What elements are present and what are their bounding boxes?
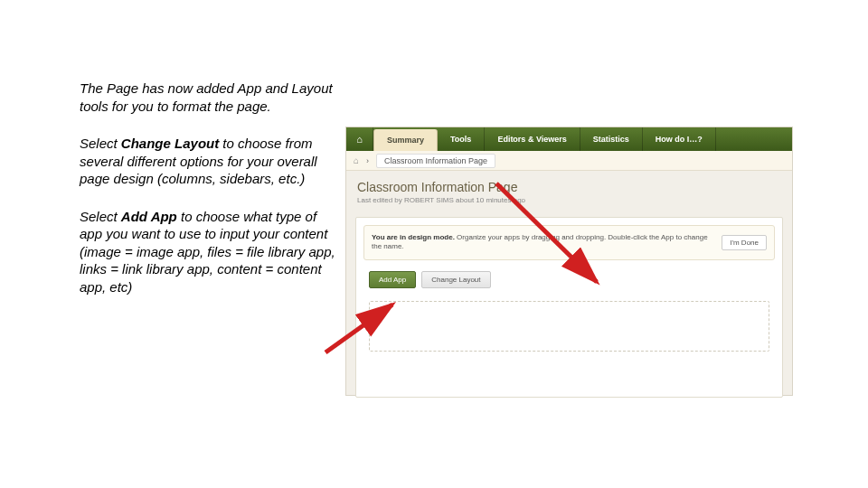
breadcrumb-page[interactable]: Classroom Information Page [376, 154, 495, 168]
p2-prefix: Select [80, 136, 121, 151]
tab-statistics-label: Statistics [593, 135, 629, 144]
tab-statistics[interactable]: Statistics [580, 127, 643, 151]
tab-summary-label: Summary [387, 136, 424, 145]
last-edited-text: Last edited by ROBERT SIMS about 10 minu… [357, 196, 781, 204]
design-mode-bold: You are in design mode. [372, 233, 455, 241]
breadcrumb-home-icon[interactable]: ⌂ [354, 155, 359, 165]
tab-editors[interactable]: Editors & Viewers [485, 127, 580, 151]
nav-home-button[interactable]: ⌂ [346, 127, 373, 151]
instruction-paragraph-1: The Page has now added App and Layout to… [80, 80, 340, 115]
p2-bold: Change Layout [121, 136, 219, 151]
tab-summary[interactable]: Summary [373, 129, 438, 151]
design-mode-notice: You are in design mode. Organize your ap… [363, 225, 775, 260]
breadcrumb-separator: › [366, 156, 369, 165]
app-drop-zone[interactable] [369, 301, 769, 352]
top-nav-bar: ⌂ Summary Tools Editors & Viewers Statis… [346, 127, 792, 151]
instruction-paragraph-3: Select Add App to choose what type of ap… [80, 208, 340, 296]
page-title: Classroom Information Page [357, 180, 781, 194]
im-done-button[interactable]: I'm Done [722, 235, 767, 250]
instruction-column: The Page has now added App and Layout to… [80, 80, 340, 315]
tab-editors-label: Editors & Viewers [497, 135, 566, 144]
page-header: Classroom Information Page Last edited b… [346, 171, 792, 211]
p3-prefix: Select [80, 209, 121, 224]
main-content-panel: You are in design mode. Organize your ap… [355, 217, 783, 398]
add-app-button[interactable]: Add App [369, 271, 416, 288]
screenshot-panel: ⌂ Summary Tools Editors & Viewers Statis… [345, 127, 793, 396]
tab-howdoi[interactable]: How do I…? [643, 127, 716, 151]
design-mode-message: You are in design mode. Organize your ap… [372, 233, 722, 252]
action-button-row: Add App Change Layout [356, 267, 782, 296]
home-icon: ⌂ [356, 134, 363, 145]
tab-tools[interactable]: Tools [438, 127, 485, 151]
change-layout-button[interactable]: Change Layout [421, 271, 490, 288]
tab-tools-label: Tools [450, 135, 471, 144]
breadcrumb-bar: ⌂ › Classroom Information Page [346, 151, 792, 171]
tab-howdoi-label: How do I…? [656, 135, 703, 144]
p3-bold: Add App [121, 209, 177, 224]
instruction-paragraph-2: Select Change Layout to choose from seve… [80, 135, 340, 188]
